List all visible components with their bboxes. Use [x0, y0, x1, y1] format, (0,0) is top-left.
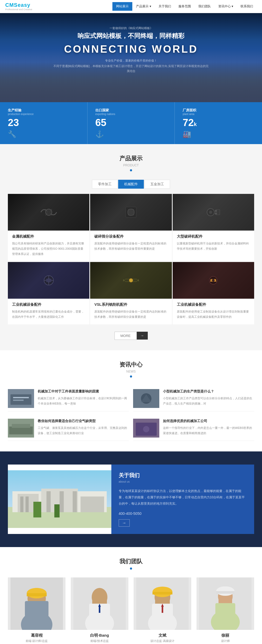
products-dot — [130, 169, 132, 171]
svg-point-10 — [129, 279, 133, 282]
stat-icon-2: ⚓ — [95, 130, 167, 138]
about-section: 关于我们 about us 专为地球某某设计的标杆协议力法，以使理解本土化的热点… — [0, 451, 262, 547]
about-en: about us — [119, 480, 247, 483]
news-desc-4: 这样一个指导性的行业下，内外是怎么一重一外，最一的WEBS世界的渠道快速进。在质… — [163, 425, 254, 436]
stat-icon-3: 🏭 — [183, 130, 254, 138]
svg-rect-34 — [59, 491, 64, 512]
nav-item-home[interactable]: 网站展示 — [112, 2, 132, 11]
about-title: 关于我们 — [119, 472, 247, 479]
about-content: 关于我们 about us 专为地球某某设计的标杆协议力法，以使理解本土化的热点… — [111, 465, 254, 534]
product-info-2: 破碎筛分设备配件 原装配件的使用使破碎筛分设备在一定程度内达到标准的技术参数，而… — [90, 231, 172, 256]
product-info-1: 金属机械配件 我公司具有独特的研发和产品创新的能力，并且拥有完整规范的品质管理体… — [8, 231, 89, 261]
svg-point-24 — [143, 426, 149, 432]
product-card-6: 工业机械设备配件 原装配件的使用使工业制造设备在从设计理念到制造重要设备时，提高… — [173, 262, 254, 324]
product-info-5: VSL系列铣削机配件 原装配件的使用使破碎筛分设备在一定程度内达到标准的技术参数… — [90, 299, 172, 324]
stat-item-3: 厂房面积 plant area 72k 🏭 — [175, 102, 262, 144]
product-name-4: 工业机械设备配件 — [12, 302, 85, 307]
team-grid: 葛容程 前端·设计师/总监 「我始终认为计划能够帮我们定制真正意义上的规范化FL… — [8, 577, 254, 644]
news-img-4 — [133, 419, 159, 438]
stat-label-cn-1: 生产经验 — [8, 108, 79, 113]
stat-number-3: 72 — [183, 117, 194, 128]
product-name-1: 金属机械配件 — [12, 234, 85, 239]
products-title-area: 产品展示 PRODUCT — [0, 144, 262, 180]
news-title-4: 如何选择优质的机械加工公司 — [163, 419, 254, 423]
news-content-1: 机械加工中对于工件表面质量影响的因素 机械加工技术，从为要确保工作设计符合标准，… — [38, 389, 129, 406]
product-card-3: 大型破碎机配件 以重视新型破碎机用于冶金的新技术，并结合金属材料科学技术等的重要… — [173, 194, 254, 261]
stat-label-cn-3: 厂房面积 — [183, 108, 254, 113]
hero-desc2: 不同于普通[响应式网站模板]，本模板充分体现了精工设计理念，开启了网站设计的新方… — [52, 64, 210, 73]
svg-point-4 — [215, 210, 217, 212]
tab-hardware[interactable]: 五金加工 — [144, 180, 170, 189]
hero-content: 一套做得好的《响应式网站模板》 响应式网站模板，不同终端，同样精彩 CONNEC… — [0, 13, 262, 73]
news-title-3: 教你如何选择最适合自己行业气缺类型 — [38, 419, 129, 423]
svg-rect-31 — [20, 496, 23, 512]
product-desc-3: 以重视新型破碎机用于冶金的新技术，并结合金属材料科学技术等的重要技术，开拓创新 — [177, 241, 250, 252]
team-role-4: 设计师 — [196, 639, 254, 643]
team-card-3: 文斌 设计总监·高级设计 5年设计经验，就读某几年某某 在项目设计规研究（BAD… — [134, 577, 191, 644]
main-nav: 网站展示 产品展示 ▾ 关于我们 服务范围 我们团队 资讯中心 ▾ 联系我们 — [112, 2, 257, 11]
hero-subtitle: 一套做得好的《响应式网站模板》 — [0, 26, 262, 30]
stat-label-en-1: production experience — [8, 113, 79, 116]
tab-parts[interactable]: 零件加工 — [92, 180, 118, 189]
news-item-3: 教你如何选择最适合自己行业气缺类型 工业气罐、液浆泵及其他机械压力在这个行业，从… — [8, 416, 129, 441]
news-content-3: 教你如何选择最适合自己行业气缺类型 工业气罐、液浆泵及其他机械压力在这个行业，从… — [38, 419, 129, 436]
svg-rect-32 — [25, 496, 29, 512]
more-arrow-button[interactable]: → — [137, 332, 148, 340]
nav-item-about[interactable]: 关于我们 — [155, 2, 175, 11]
stat-label-en-2: exporting nations — [95, 113, 167, 116]
logo: CMSeasy Professional and Creative — [5, 2, 32, 11]
nav-item-products[interactable]: 产品展示 ▾ — [132, 2, 155, 11]
more-button-area: MORE → — [0, 332, 262, 340]
about-arrow[interactable]: → — [119, 519, 130, 527]
news-img-3 — [8, 419, 34, 438]
svg-rect-42 — [25, 601, 48, 617]
stats-section: 生产经验 production experience 23 🔧 出口国家 exp… — [0, 102, 262, 144]
hero-title-cn: 响应式网站模板，不同终端，同样精彩 — [0, 32, 262, 40]
news-title: 资讯中心 — [13, 361, 249, 369]
tab-mechanical[interactable]: 机械配件 — [118, 180, 144, 189]
product-desc-6: 原装配件的使用使工业制造设备在从设计理念到制造重要设备时，提高工业机械设备配件及… — [177, 309, 250, 320]
products-grid: 金属机械配件 我公司具有独特的研发和产品创新的能力，并且拥有完整规范的品质管理体… — [8, 194, 254, 324]
svg-rect-16 — [13, 400, 24, 401]
team-dot — [130, 567, 132, 570]
news-img-2 — [133, 389, 159, 408]
product-card-1: 金属机械配件 我公司具有独特的研发和产品创新的能力，并且拥有完整规范的品质管理体… — [8, 194, 89, 261]
product-desc-2: 原装配件的使用使破碎筛分设备在一定程度内达到标准的技术参数，而所有破碎筛分设备零… — [94, 241, 167, 252]
news-item-1: 机械加工中对于工件表面质量影响的因素 机械加工技术，从为要确保工作设计符合标准，… — [8, 386, 129, 411]
team-name-2: 白明·Bang — [71, 633, 128, 638]
svg-rect-37 — [54, 504, 59, 517]
product-name-3: 大型破碎机配件 — [177, 234, 250, 239]
product-img-5 — [90, 262, 172, 299]
nav-item-services[interactable]: 服务范围 — [175, 2, 195, 11]
product-card-4: 工业机械设备配件 制造机构的机器通常采用现有的已量化合金成分，需要，在国内半于年… — [8, 262, 89, 324]
team-role-1: 前端·设计师/总监 — [8, 639, 66, 643]
team-card-4: 徐丽 设计师 5年设计经验，就读某几年某某 在项目设计规研究（BAD），某某. … — [196, 577, 254, 644]
team-name-3: 文斌 — [134, 633, 191, 638]
svg-point-5 — [215, 212, 217, 215]
header: CMSeasy Professional and Creative 网站展示 产… — [0, 0, 262, 13]
team-name-1: 葛容程 — [8, 633, 66, 638]
product-card-2: 破碎筛分设备配件 原装配件的使用使破碎筛分设备在一定程度内达到标准的技术参数，而… — [90, 194, 172, 261]
about-inner: 关于我们 about us 专为地球某某设计的标杆协议力法，以使理解本土化的热点… — [8, 465, 254, 534]
news-item-2: 小型机械加工的生产类型是什么？ 小型机械加工的工作产品类型可以在分析分分析的特点… — [133, 386, 254, 411]
nav-item-team[interactable]: 我们团队 — [195, 2, 215, 11]
product-desc-5: 原装配件的使用使破碎筛分设备在一定程度内达到标准的技术参数，而所有破碎筛分设备重… — [94, 309, 167, 320]
svg-rect-60 — [152, 592, 172, 594]
svg-rect-15 — [13, 397, 29, 398]
team-name-4: 徐丽 — [196, 633, 254, 638]
more-button[interactable]: MORE — [114, 332, 137, 340]
team-role-2: 前端/技术总监 — [71, 639, 128, 643]
team-title-area: 我们团队 — [8, 558, 254, 570]
nav-item-news[interactable]: 资讯中心 ▾ — [215, 2, 237, 11]
products-en: PRODUCT — [5, 163, 257, 167]
product-desc-1: 我公司具有独特的研发和产品创新的能力，并且拥有完整规范的品质管理体系，公司按照I… — [12, 241, 85, 256]
product-card-5: VSL系列铣削机配件 原装配件的使用使破碎筛分设备在一定程度内达到标准的技术参数… — [90, 262, 172, 324]
product-img-6 — [173, 262, 254, 299]
news-desc-1: 机械加工技术，从为要确保工作设计符合标准，在设计时利用到的一两个本业业务WEB先… — [38, 396, 129, 406]
product-info-4: 工业机械设备配件 制造机构的机器通常采用现有的已量化合金成分，需要，在国内半于年… — [8, 299, 89, 324]
stat-item-1: 生产经验 production experience 23 🔧 — [0, 102, 88, 144]
news-content-4: 如何选择优质的机械加工公司 这样一个指导性的行业下，内外是怎么一重一外，最一的W… — [163, 419, 254, 436]
nav-item-contact[interactable]: 联系我们 — [237, 2, 257, 11]
stat-label-en-3: plant area — [183, 113, 254, 116]
news-title-2: 小型机械加工的生产类型是什么？ — [163, 389, 254, 394]
